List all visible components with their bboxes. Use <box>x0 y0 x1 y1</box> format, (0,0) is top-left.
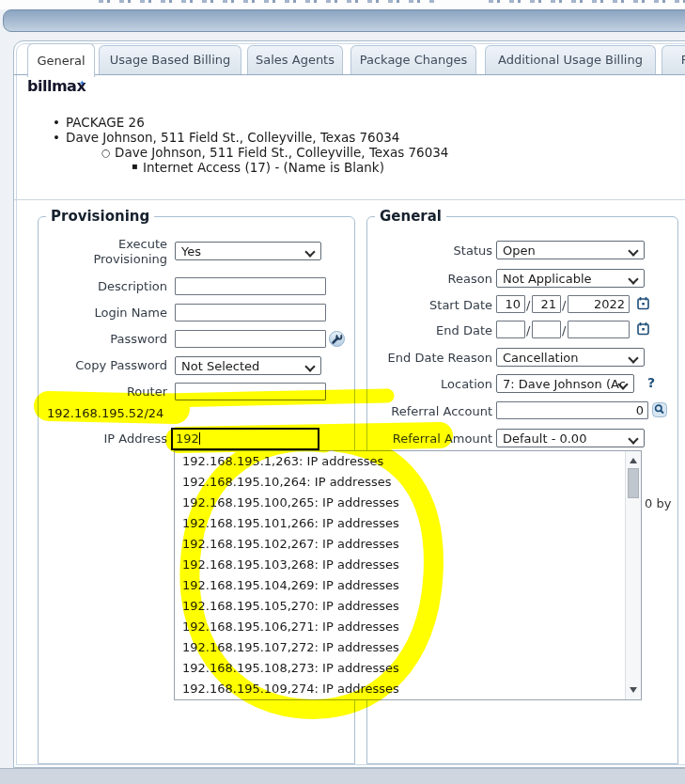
start-day-input[interactable] <box>532 295 561 313</box>
tab-additional-usage-billing[interactable]: Additional Usage Billing <box>485 45 656 74</box>
date-separator: / <box>526 323 530 337</box>
start-date-calendar-icon[interactable] <box>637 296 649 310</box>
router-label: Router <box>38 384 167 399</box>
location-select[interactable]: 7: Dave Johnson (Ac <box>496 374 634 393</box>
tab-usage-based-billing[interactable]: Usage Based Billing <box>99 45 241 74</box>
logo-spark-icon: ✦ <box>79 76 85 90</box>
tab-general[interactable]: General <box>27 43 95 77</box>
description-input[interactable] <box>175 277 326 295</box>
scroll-up-arrow-icon[interactable] <box>626 453 641 468</box>
provisioning-legend: Provisioning <box>46 208 154 225</box>
ip-option[interactable]: 192.168.195.101,266: IP addresses <box>175 513 641 534</box>
ip-address-label: IP Address <box>56 431 167 446</box>
ip-address-input[interactable]: 192 <box>171 428 319 450</box>
general-legend: General <box>375 208 446 225</box>
copy-password-select[interactable]: Not Selected <box>175 356 321 375</box>
start-date-label: Start Date <box>366 298 492 312</box>
billmax-logo: billmax✦ <box>27 79 86 93</box>
end-month-input[interactable] <box>496 321 525 338</box>
section-divider <box>14 199 685 200</box>
execute-provisioning-select[interactable]: Yes <box>175 242 321 260</box>
ip-option[interactable]: 192.168.195.105,270: IP addresses <box>175 596 641 617</box>
login-name-label: Login Name <box>38 306 167 320</box>
ip-option[interactable]: 192.168.195.106,271: IP addresses <box>175 617 641 637</box>
ip-option[interactable]: 192.168.195.100,265: IP addresses <box>175 493 641 513</box>
date-separator: / <box>562 323 566 337</box>
copy-password-label: Copy Password <box>38 358 167 372</box>
password-label: Password <box>38 332 167 346</box>
disc-bullet-icon: • <box>53 115 60 130</box>
clipped-menu-fragments <box>489 0 685 3</box>
end-date-reason-label: End Date Reason <box>366 351 492 365</box>
end-year-input[interactable] <box>568 321 630 338</box>
reason-label: Reason <box>366 272 492 286</box>
header-toolbar <box>3 9 685 32</box>
scrollbar-thumb[interactable] <box>628 468 639 498</box>
referral-account-label: Referral Account <box>366 404 492 418</box>
clipped-menu-fragments <box>99 0 437 3</box>
ip-option[interactable]: 192.168.195.103,268: IP addresses <box>175 555 641 575</box>
billmax-logo-reflection: billmax <box>27 93 86 102</box>
date-separator: / <box>562 298 566 312</box>
circle-bullet-icon: ○ <box>101 147 111 159</box>
start-month-input[interactable] <box>496 295 525 313</box>
ip-option[interactable]: 192.168.195.107,272: IP addresses <box>175 637 641 658</box>
referral-amount-label: Referral Amount <box>366 431 492 446</box>
ip-option[interactable]: 192.168.195.104,269: IP addresses <box>175 575 641 596</box>
description-label: Description <box>38 279 167 293</box>
ip-option[interactable]: 192.168.195.1,263: IP addresses <box>175 451 641 472</box>
dropdown-scrollbar[interactable] <box>625 451 641 699</box>
ip-autocomplete-dropdown: 192.168.195.1,263: IP addresses 192.168.… <box>174 450 642 700</box>
clipped-top-row <box>0 0 685 9</box>
partially-hidden-text: 0 by <box>645 496 671 510</box>
scroll-down-arrow-icon[interactable] <box>626 682 641 698</box>
tab-underline <box>14 74 685 75</box>
end-day-input[interactable] <box>532 321 561 338</box>
end-date-calendar-icon[interactable] <box>637 321 649 336</box>
password-input[interactable] <box>175 330 326 348</box>
end-date-label: End Date <box>366 323 492 337</box>
start-year-input[interactable] <box>568 295 630 313</box>
login-name-input[interactable] <box>175 304 326 321</box>
status-select[interactable]: Open <box>496 241 645 259</box>
location-label: Location <box>366 377 492 391</box>
ip-option[interactable]: 192.168.195.108,273: IP addresses <box>175 658 641 679</box>
end-date-reason-select[interactable]: Cancellation <box>496 348 645 367</box>
referral-amount-select[interactable]: Default - 0.00 <box>496 429 645 447</box>
tab-sales-agents[interactable]: Sales Agents <box>247 45 343 74</box>
square-bullet-icon: ▪ <box>132 161 138 171</box>
generate-password-wrench-icon[interactable] <box>329 331 345 347</box>
text-caret <box>199 432 200 445</box>
page-bottom-strip <box>0 768 685 784</box>
router-input[interactable] <box>175 383 326 400</box>
subnet-highlight-text: 192.168.195.52/24 <box>47 406 163 420</box>
status-label: Status <box>366 243 492 258</box>
referral-account-search-icon[interactable] <box>652 402 667 417</box>
ip-option[interactable]: 192.168.195.10,264: IP addresses <box>175 472 641 493</box>
ip-option[interactable]: 192.168.195.109,274: IP addresses <box>175 679 641 699</box>
referral-account-input[interactable] <box>496 401 648 419</box>
tab-package-changes[interactable]: Package Changes <box>350 45 476 74</box>
ip-option[interactable]: 192.168.195.102,267: IP addresses <box>175 534 641 555</box>
reason-select[interactable]: Not Applicable <box>496 269 645 288</box>
tab-files[interactable]: Files <box>662 45 685 74</box>
location-help-icon[interactable]: ? <box>647 375 655 390</box>
date-separator: / <box>526 298 530 312</box>
disc-bullet-icon: • <box>53 130 60 145</box>
execute-provisioning-label: Execute Provisioning <box>56 237 167 267</box>
